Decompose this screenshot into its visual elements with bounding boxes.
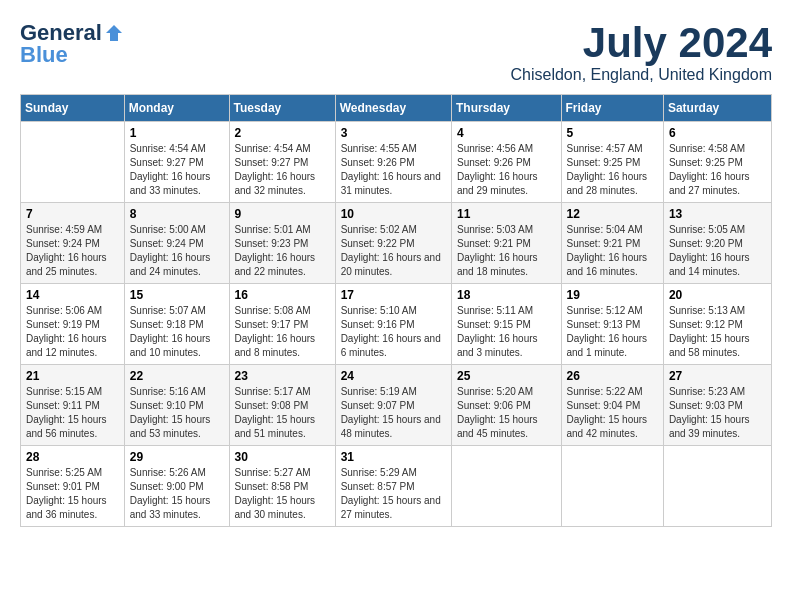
calendar-week-row: 28 Sunrise: 5:25 AM Sunset: 9:01 PM Dayl… [21,446,772,527]
sunrise-text: Sunrise: 4:56 AM [457,143,533,154]
day-number: 14 [26,288,119,302]
daylight-text: Daylight: 16 hours and 1 minute. [567,333,648,358]
day-number: 12 [567,207,658,221]
day-number: 8 [130,207,224,221]
day-info: Sunrise: 5:05 AM Sunset: 9:20 PM Dayligh… [669,223,766,279]
day-info: Sunrise: 5:23 AM Sunset: 9:03 PM Dayligh… [669,385,766,441]
day-number: 5 [567,126,658,140]
day-number: 27 [669,369,766,383]
sunset-text: Sunset: 9:10 PM [130,400,204,411]
daylight-text: Daylight: 16 hours and 28 minutes. [567,171,648,196]
day-number: 17 [341,288,446,302]
calendar-week-row: 14 Sunrise: 5:06 AM Sunset: 9:19 PM Dayl… [21,284,772,365]
daylight-text: Daylight: 16 hours and 32 minutes. [235,171,316,196]
day-number: 31 [341,450,446,464]
calendar-cell: 25 Sunrise: 5:20 AM Sunset: 9:06 PM Dayl… [451,365,561,446]
sunrise-text: Sunrise: 5:05 AM [669,224,745,235]
day-info: Sunrise: 5:29 AM Sunset: 8:57 PM Dayligh… [341,466,446,522]
sunset-text: Sunset: 9:06 PM [457,400,531,411]
calendar-cell [451,446,561,527]
sunrise-text: Sunrise: 5:26 AM [130,467,206,478]
day-info: Sunrise: 5:01 AM Sunset: 9:23 PM Dayligh… [235,223,330,279]
calendar-cell [21,122,125,203]
day-info: Sunrise: 5:19 AM Sunset: 9:07 PM Dayligh… [341,385,446,441]
col-header-thursday: Thursday [451,95,561,122]
calendar-header-row: SundayMondayTuesdayWednesdayThursdayFrid… [21,95,772,122]
calendar-cell: 6 Sunrise: 4:58 AM Sunset: 9:25 PM Dayli… [663,122,771,203]
calendar-cell: 23 Sunrise: 5:17 AM Sunset: 9:08 PM Dayl… [229,365,335,446]
day-number: 3 [341,126,446,140]
sunset-text: Sunset: 9:24 PM [26,238,100,249]
sunrise-text: Sunrise: 5:25 AM [26,467,102,478]
sunrise-text: Sunrise: 5:04 AM [567,224,643,235]
day-info: Sunrise: 5:04 AM Sunset: 9:21 PM Dayligh… [567,223,658,279]
month-title: July 2024 [511,20,773,66]
day-number: 20 [669,288,766,302]
daylight-text: Daylight: 16 hours and 22 minutes. [235,252,316,277]
daylight-text: Daylight: 16 hours and 18 minutes. [457,252,538,277]
daylight-text: Daylight: 16 hours and 16 minutes. [567,252,648,277]
day-number: 26 [567,369,658,383]
day-number: 15 [130,288,224,302]
calendar-cell: 14 Sunrise: 5:06 AM Sunset: 9:19 PM Dayl… [21,284,125,365]
col-header-monday: Monday [124,95,229,122]
day-info: Sunrise: 4:56 AM Sunset: 9:26 PM Dayligh… [457,142,556,198]
sunrise-text: Sunrise: 5:17 AM [235,386,311,397]
calendar-cell: 29 Sunrise: 5:26 AM Sunset: 9:00 PM Dayl… [124,446,229,527]
calendar-cell: 31 Sunrise: 5:29 AM Sunset: 8:57 PM Dayl… [335,446,451,527]
sunset-text: Sunset: 9:04 PM [567,400,641,411]
day-number: 29 [130,450,224,464]
sunset-text: Sunset: 9:15 PM [457,319,531,330]
day-info: Sunrise: 5:27 AM Sunset: 8:58 PM Dayligh… [235,466,330,522]
calendar-cell: 7 Sunrise: 4:59 AM Sunset: 9:24 PM Dayli… [21,203,125,284]
col-header-saturday: Saturday [663,95,771,122]
day-info: Sunrise: 4:54 AM Sunset: 9:27 PM Dayligh… [130,142,224,198]
sunset-text: Sunset: 9:22 PM [341,238,415,249]
page-header: General Blue July 2024 Chiseldon, Englan… [20,20,772,84]
sunrise-text: Sunrise: 5:20 AM [457,386,533,397]
calendar-cell: 3 Sunrise: 4:55 AM Sunset: 9:26 PM Dayli… [335,122,451,203]
sunset-text: Sunset: 9:01 PM [26,481,100,492]
daylight-text: Daylight: 15 hours and 51 minutes. [235,414,316,439]
day-info: Sunrise: 5:12 AM Sunset: 9:13 PM Dayligh… [567,304,658,360]
daylight-text: Daylight: 16 hours and 6 minutes. [341,333,441,358]
title-block: July 2024 Chiseldon, England, United Kin… [511,20,773,84]
day-info: Sunrise: 5:02 AM Sunset: 9:22 PM Dayligh… [341,223,446,279]
sunrise-text: Sunrise: 5:27 AM [235,467,311,478]
calendar-cell: 30 Sunrise: 5:27 AM Sunset: 8:58 PM Dayl… [229,446,335,527]
day-info: Sunrise: 5:06 AM Sunset: 9:19 PM Dayligh… [26,304,119,360]
calendar-cell: 27 Sunrise: 5:23 AM Sunset: 9:03 PM Dayl… [663,365,771,446]
calendar-week-row: 1 Sunrise: 4:54 AM Sunset: 9:27 PM Dayli… [21,122,772,203]
day-info: Sunrise: 5:25 AM Sunset: 9:01 PM Dayligh… [26,466,119,522]
day-number: 23 [235,369,330,383]
day-info: Sunrise: 4:57 AM Sunset: 9:25 PM Dayligh… [567,142,658,198]
day-number: 19 [567,288,658,302]
day-number: 11 [457,207,556,221]
location-title: Chiseldon, England, United Kingdom [511,66,773,84]
sunrise-text: Sunrise: 4:58 AM [669,143,745,154]
day-info: Sunrise: 4:54 AM Sunset: 9:27 PM Dayligh… [235,142,330,198]
sunset-text: Sunset: 9:24 PM [130,238,204,249]
daylight-text: Daylight: 16 hours and 25 minutes. [26,252,107,277]
daylight-text: Daylight: 15 hours and 42 minutes. [567,414,648,439]
day-number: 10 [341,207,446,221]
day-number: 22 [130,369,224,383]
day-info: Sunrise: 5:08 AM Sunset: 9:17 PM Dayligh… [235,304,330,360]
sunset-text: Sunset: 9:25 PM [669,157,743,168]
calendar-cell: 1 Sunrise: 4:54 AM Sunset: 9:27 PM Dayli… [124,122,229,203]
day-number: 9 [235,207,330,221]
sunrise-text: Sunrise: 5:15 AM [26,386,102,397]
sunset-text: Sunset: 9:03 PM [669,400,743,411]
sunset-text: Sunset: 9:21 PM [457,238,531,249]
sunset-text: Sunset: 9:26 PM [341,157,415,168]
sunrise-text: Sunrise: 4:54 AM [235,143,311,154]
day-info: Sunrise: 5:17 AM Sunset: 9:08 PM Dayligh… [235,385,330,441]
col-header-friday: Friday [561,95,663,122]
sunset-text: Sunset: 9:27 PM [235,157,309,168]
daylight-text: Daylight: 16 hours and 29 minutes. [457,171,538,196]
sunrise-text: Sunrise: 5:03 AM [457,224,533,235]
daylight-text: Daylight: 16 hours and 3 minutes. [457,333,538,358]
sunset-text: Sunset: 9:11 PM [26,400,100,411]
sunset-text: Sunset: 9:20 PM [669,238,743,249]
sunrise-text: Sunrise: 4:57 AM [567,143,643,154]
